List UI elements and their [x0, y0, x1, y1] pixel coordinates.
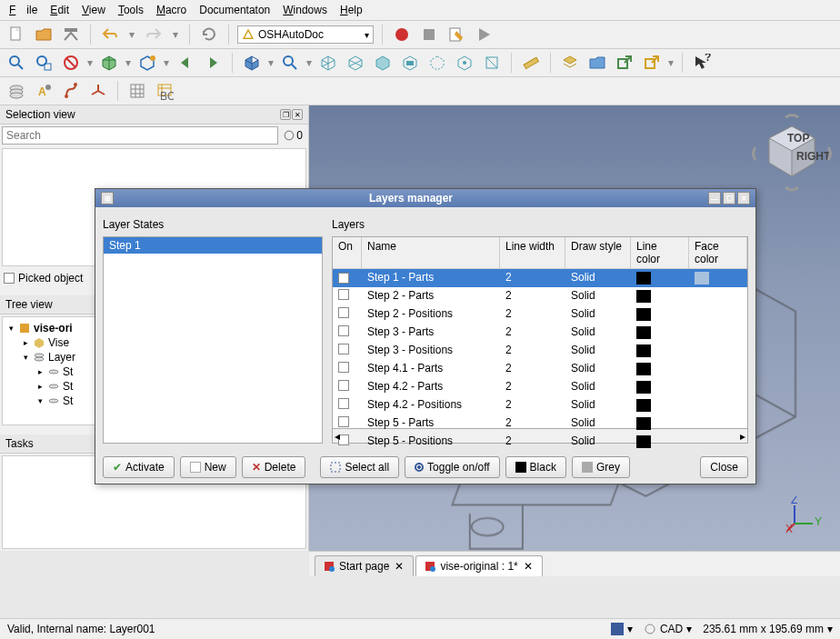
edit-macro-icon[interactable] — [445, 24, 467, 45]
layer-facecolor[interactable] — [689, 433, 747, 450]
select-all-button[interactable]: Select all — [320, 456, 399, 478]
save-icon[interactable] — [60, 24, 82, 45]
help-pointer-icon[interactable]: ? — [691, 52, 713, 74]
search-input[interactable] — [2, 126, 278, 145]
toggle-button[interactable]: Toggle on/off — [405, 456, 500, 478]
wireframe5-icon[interactable] — [426, 52, 448, 74]
new-button[interactable]: New — [180, 456, 236, 478]
menu-file[interactable]: File — [4, 2, 43, 18]
menu-tools[interactable]: Tools — [113, 2, 149, 18]
close-panel-icon[interactable]: ✕ — [292, 109, 303, 120]
layer-on-checkbox[interactable] — [338, 380, 349, 391]
undo-icon[interactable] — [99, 24, 121, 45]
ruler-icon[interactable] — [520, 52, 542, 74]
no-icon[interactable] — [60, 52, 82, 74]
header-on[interactable]: On — [333, 237, 362, 268]
layer-row[interactable]: ✓Step 1 - Parts2Solid — [333, 269, 747, 287]
wireframe2-icon[interactable] — [345, 52, 366, 74]
layer-row[interactable]: Step 2 - Parts2Solid — [333, 287, 747, 305]
grid-icon[interactable] — [126, 80, 148, 102]
status-color[interactable]: ▾ — [611, 623, 633, 635]
annotation-icon[interactable]: A — [33, 80, 55, 102]
layer-row[interactable]: Step 2 - Positions2Solid — [333, 305, 747, 324]
layer-facecolor[interactable] — [689, 414, 747, 432]
new-doc-icon[interactable] — [5, 24, 27, 45]
menu-windows[interactable]: Windows — [277, 2, 333, 18]
layer-row[interactable]: Step 4.1 - Parts2Solid — [333, 360, 747, 378]
wireframe1-icon[interactable] — [317, 52, 339, 74]
bom-icon[interactable]: BOM — [154, 80, 175, 102]
layer-on-checkbox[interactable] — [338, 307, 349, 318]
record-macro-icon[interactable] — [391, 24, 413, 45]
layer-linecolor[interactable] — [631, 269, 689, 286]
menu-edit[interactable]: Edit — [45, 2, 75, 18]
isometric-icon[interactable] — [98, 52, 120, 74]
arrow-left-icon[interactable] — [175, 52, 196, 74]
header-linewidth[interactable]: Line width — [500, 237, 565, 268]
layer-linecolor[interactable] — [631, 414, 689, 432]
layer-linecolor[interactable] — [631, 287, 689, 305]
menu-view[interactable]: View — [76, 2, 111, 18]
layer-row[interactable]: Step 3 - Parts2Solid — [333, 324, 747, 342]
undock-icon[interactable]: ❐ — [280, 109, 291, 120]
layers-icon[interactable] — [559, 52, 581, 74]
header-linecolor[interactable]: Line color — [631, 237, 689, 268]
layers2-icon[interactable] — [5, 80, 27, 102]
menu-documentation[interactable]: Documentaton — [194, 2, 275, 18]
wireframe7-icon[interactable] — [481, 52, 503, 74]
layer-facecolor[interactable] — [689, 269, 747, 286]
menu-help[interactable]: Help — [335, 2, 368, 18]
wireframe3-icon[interactable] — [372, 52, 394, 74]
wireframe4-icon[interactable] — [399, 52, 421, 74]
open-icon[interactable] — [33, 24, 55, 45]
layer-facecolor[interactable] — [689, 305, 747, 323]
layer-on-checkbox[interactable] — [338, 344, 349, 354]
layer-on-checkbox[interactable] — [338, 325, 349, 336]
layer-linecolor[interactable] — [631, 433, 689, 450]
layer-linecolor[interactable] — [631, 324, 689, 341]
layer-state-row[interactable]: Step 1 — [104, 237, 322, 254]
black-button[interactable]: Black — [505, 456, 566, 478]
layer-facecolor[interactable] — [689, 396, 747, 414]
axis3d-icon[interactable] — [87, 80, 109, 102]
dialog-sysmenu-icon[interactable]: ⊞ — [101, 192, 114, 205]
layer-linecolor[interactable] — [631, 396, 689, 414]
stop-macro-icon[interactable] — [418, 24, 440, 45]
layer-row[interactable]: Step 4.2 - Parts2Solid — [333, 378, 747, 396]
layer-row[interactable]: Step 4.2 - Positions2Solid — [333, 396, 747, 414]
zoom-selection-icon[interactable] — [33, 52, 55, 74]
activate-button[interactable]: ✔Activate — [103, 456, 175, 478]
view-box-icon[interactable] — [136, 52, 158, 74]
layer-row[interactable]: Step 5 - Positions2Solid — [333, 433, 747, 451]
undo-dropdown-icon[interactable]: ▾ — [126, 24, 137, 45]
status-nav-style[interactable]: CAD ▾ — [644, 623, 692, 635]
layer-linecolor[interactable] — [631, 378, 689, 395]
refresh-icon[interactable] — [198, 24, 220, 45]
tab-close-icon[interactable]: ✕ — [393, 560, 405, 573]
layer-linecolor[interactable] — [631, 305, 689, 323]
layer-row[interactable]: Step 3 - Positions2Solid — [333, 342, 747, 360]
layer-facecolor[interactable] — [689, 378, 747, 395]
header-name[interactable]: Name — [362, 237, 500, 268]
workbench-selector[interactable]: OSHAutoDoc — [237, 25, 374, 44]
status-dimensions[interactable]: 235.61 mm x 195.69 mm ▾ — [703, 623, 833, 635]
tab-document[interactable]: vise-original : 1* ✕ — [415, 555, 542, 576]
layer-states-list[interactable]: Step 1 — [103, 236, 323, 444]
layer-linecolor[interactable] — [631, 342, 689, 359]
dialog-minimize-icon[interactable]: — — [708, 192, 721, 205]
close-button[interactable]: Close — [700, 456, 748, 478]
layer-facecolor[interactable] — [689, 324, 747, 341]
menu-macro[interactable]: Macro — [151, 2, 192, 18]
zoom-fit-icon[interactable] — [5, 52, 27, 74]
wireframe6-icon[interactable] — [454, 52, 475, 74]
cube-icon[interactable] — [241, 52, 263, 74]
dialog-close-icon[interactable]: ✕ — [737, 192, 750, 205]
folder-icon[interactable] — [586, 52, 608, 74]
tab-start-page[interactable]: Start page ✕ — [315, 555, 414, 576]
layer-on-checkbox[interactable] — [338, 416, 349, 427]
layer-on-checkbox[interactable] — [338, 398, 349, 409]
header-facecolor[interactable]: Face color — [689, 237, 747, 268]
layer-on-checkbox[interactable]: ✓ — [338, 273, 349, 284]
grey-button[interactable]: Grey — [572, 456, 630, 478]
zoom-icon[interactable] — [279, 52, 301, 74]
